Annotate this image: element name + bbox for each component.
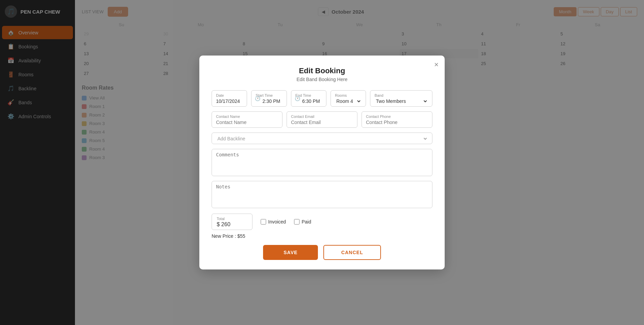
modal-close-button[interactable]: ×	[434, 60, 439, 69]
backline-field: Add Backline Guitar Amp Bass Amp Drum Ki…	[212, 133, 432, 144]
date-label: Date	[216, 93, 243, 97]
end-time-field: End Time 🕐	[291, 90, 326, 107]
notes-field	[212, 181, 432, 208]
edit-booking-modal: × Edit Booking Edit Band Booking Here Da…	[199, 56, 445, 269]
rooms-select[interactable]: Room 4 Room 1 Room 2 Room 3 Room 5	[335, 98, 362, 104]
start-time-field: Start Time 🕐	[251, 90, 287, 107]
contact-email-field: Contact Email	[287, 111, 357, 128]
contact-name-label: Contact Name	[216, 114, 278, 119]
clock-icon: 🕐	[255, 96, 260, 101]
rooms-field: Rooms Room 4 Room 1 Room 2 Room 3 Room 5	[331, 90, 366, 107]
total-label: Total	[217, 217, 247, 221]
modal-buttons: SAVE CANCEL	[212, 245, 432, 260]
contact-name-input[interactable]	[216, 120, 278, 125]
band-select[interactable]: Two Members Three Members Four Members	[374, 98, 428, 104]
band-field: Band Two Members Three Members Four Memb…	[370, 90, 432, 107]
total-field: Total	[212, 214, 252, 230]
contact-phone-input[interactable]	[366, 120, 428, 125]
comments-textarea[interactable]	[216, 152, 428, 172]
contact-phone-label: Contact Phone	[366, 114, 428, 119]
total-input[interactable]	[217, 221, 247, 228]
backline-select[interactable]: Add Backline Guitar Amp Bass Amp Drum Ki…	[216, 136, 428, 142]
contact-email-label: Contact Email	[291, 114, 353, 119]
main-content: LIST VIEW Add ◀ October 2024 Month Week …	[75, 0, 644, 325]
notes-textarea[interactable]	[216, 184, 428, 204]
comments-row	[212, 149, 432, 176]
modal-overlay: × Edit Booking Edit Band Booking Here Da…	[0, 0, 644, 325]
backline-row: Add Backline Guitar Amp Bass Amp Drum Ki…	[212, 133, 432, 144]
clock-icon: 🕐	[295, 96, 300, 101]
contact-name-field: Contact Name	[212, 111, 282, 128]
notes-row	[212, 181, 432, 208]
invoiced-label[interactable]: Invoiced	[261, 219, 286, 225]
cancel-button[interactable]: CANCEL	[323, 245, 381, 260]
save-button[interactable]: SAVE	[263, 245, 318, 260]
paid-checkbox[interactable]	[294, 219, 300, 225]
band-label: Band	[374, 93, 428, 97]
total-row: Total Invoiced Paid	[212, 214, 432, 230]
date-field: Date	[212, 90, 247, 107]
contact-row: Contact Name Contact Email Contact Phone	[212, 111, 432, 128]
contact-email-input[interactable]	[291, 120, 353, 125]
modal-subtitle: Edit Band Booking Here	[212, 77, 432, 82]
contact-phone-field: Contact Phone	[362, 111, 432, 128]
modal-title: Edit Booking	[212, 66, 432, 75]
rooms-label: Rooms	[335, 93, 362, 97]
paid-text: Paid	[302, 219, 311, 225]
date-input[interactable]	[216, 98, 243, 104]
invoiced-checkbox[interactable]	[261, 219, 266, 225]
comments-field	[212, 149, 432, 176]
paid-label[interactable]: Paid	[294, 219, 311, 225]
invoiced-text: Invoiced	[268, 219, 286, 225]
new-price: New Price : $55	[212, 233, 432, 239]
booking-details-row: Date Start Time 🕐 End Time 🕐 Rooms Roo	[212, 90, 432, 107]
